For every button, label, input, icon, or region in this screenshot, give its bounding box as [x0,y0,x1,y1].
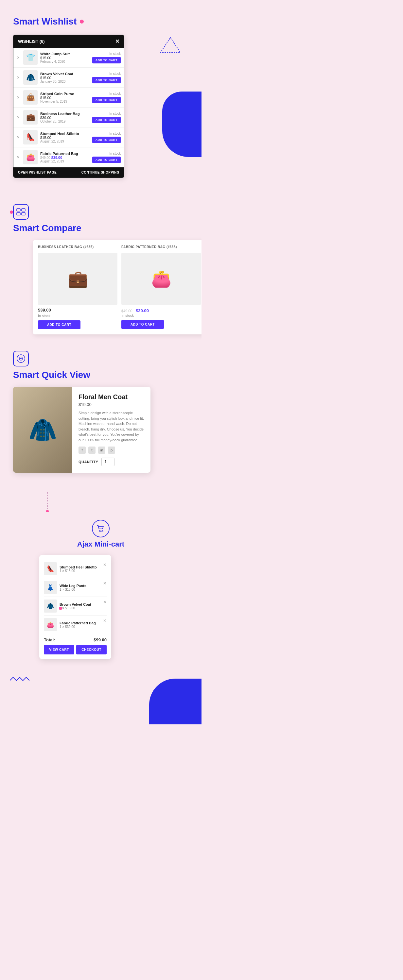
title-dot [80,20,84,24]
linkedin-icon[interactable]: in [98,447,105,454]
blue-blob-2-decoration [149,679,202,724]
minicart-items-list: 👠 Stumped Heel Stiletto 1 × $15.00 ✕ 👗 W… [44,560,107,634]
minicart-item-image-2: 👗 [44,581,57,594]
blue-blob-decoration [162,92,202,157]
wishlist-item-status-1: In stock [110,52,121,56]
twitter-icon[interactable]: t [88,447,96,454]
triangle-decoration [159,36,182,54]
wishlist-item-image-3: 👜 [23,90,38,105]
minicart-item-info-3: Brown Velvet Coat 2 × $15.00 [59,603,107,610]
wishlist-item-name-5: Stumped Heel Stiletto [40,132,90,136]
svg-point-9 [46,510,49,512]
minicart-item-name-2: Wide Leg Pants [59,584,107,588]
wishlist-header: WISHLIST (6) ✕ [13,35,124,48]
quickview-panel: 🧥 Floral Men Coat $19.00 Simple design w… [13,387,150,473]
wishlist-item-image-1: 👕 [23,50,38,65]
compare-product-2-image: 👛 [121,253,201,305]
wishlist-items-list: ✕ 👕 White Jump Suit $15.00 February 4, 2… [13,48,124,167]
open-wishlist-link[interactable]: OPEN WISHLIST PAGE [18,171,57,174]
minicart-item-3: 🧥 Brown Velvet Coat 2 × $15.00 ✕ [44,597,107,616]
svg-marker-0 [161,38,180,52]
wishlist-close-button[interactable]: ✕ [115,38,119,45]
minicart-total-amount: $99.00 [94,638,107,642]
wishlist-item-name-4: Business Leather Bag [40,112,90,116]
wishlist-item-date-1: February 4, 2020 [40,60,90,64]
wishlist-item-info-2: Brown Velvet Coat $15.00 January 30, 202… [40,72,90,83]
wishlist-item-price-5: $15.00 [40,136,90,140]
minicart-item-info-2: Wide Leg Pants 1 × $15.00 [59,584,107,591]
continue-shopping-link[interactable]: CONTINUE SHOPPING [81,171,119,174]
wishlist-item-info-1: White Jump Suit $15.00 February 4, 2020 [40,52,90,64]
wishlist-item-price-3: $15.00 [40,96,90,100]
wishlist-item-right-3: In stock ADD TO CART [92,92,121,103]
facebook-icon[interactable]: f [78,447,86,454]
wishlist-item-right-4: In stock ADD TO CART [92,112,121,123]
wishlist-title: Smart Wishlist [13,16,76,27]
wishlist-title-bar: WISHLIST (6) [18,39,45,44]
pink-dot-2-decoration [59,607,62,610]
wishlist-item-info-6: Fabric Patterned Bag $49.00 $39.00 Augus… [40,152,90,163]
wishlist-item-remove-3[interactable]: ✕ [17,95,21,100]
minicart-item-remove-2[interactable]: ✕ [103,581,107,586]
wishlist-item-5: ✕ 👠 Stumped Heel Stiletto $15.00 August … [13,127,124,148]
wishlist-section: Smart Wishlist WISHLIST (6) ✕ ✕ 👕 White … [0,0,202,191]
wishlist-item-info-4: Business Leather Bag $39.00 October 28, … [40,112,90,123]
minicart-item-image-4: 👛 [44,618,57,631]
compare-product-1-title: BUSINESS LEATHER BAG (#635) [38,245,118,249]
compare-add-cart-2-button[interactable]: ADD TO CART [121,320,164,329]
compare-add-cart-1-button[interactable]: ADD TO CART [38,320,80,329]
wishlist-item-image-6: 👛 [23,150,38,164]
pinterest-icon[interactable]: p [108,447,115,454]
wishlist-item-image-4: 💼 [23,110,38,124]
wishlist-item-status-2: In stock [110,72,121,75]
minicart-item-remove-1[interactable]: ✕ [103,562,107,567]
minicart-item-qty-price-4: 1 × $39.00 [59,625,107,628]
compare-product-1-image: 💼 [38,253,118,305]
compare-panel: BUSINESS LEATHER BAG (#635) FABRIC PATTE… [33,240,202,334]
wishlist-item-remove-5[interactable]: ✕ [17,135,21,140]
minicart-title: Ajax Mini-cart [77,540,124,549]
quantity-label: QUANTITY [78,460,98,464]
compare-product-2-title: FABRIC PATTERNED BAG (#638) [121,245,201,249]
wishlist-item-date-4: October 28, 2019 [40,119,90,123]
zigzag-decoration [10,674,29,685]
wishlist-item-right-1: In stock ADD TO CART [92,52,121,64]
wishlist-item-price-6: $49.00 $39.00 [40,156,90,159]
wishlist-item-date-2: January 30, 2020 [40,80,90,83]
minicart-section: Ajax Mini-cart 👠 Stumped Heel Stiletto 1… [0,479,202,724]
wishlist-add-to-cart-6[interactable]: ADD TO CART [92,157,121,163]
svg-rect-3 [17,213,20,215]
compare-columns: 💼 $39.00 In stock ADD TO CART 👛 $49.00 $… [38,253,201,329]
wishlist-add-to-cart-5[interactable]: ADD TO CART [92,137,121,143]
wishlist-item-remove-2[interactable]: ✕ [17,75,21,80]
view-cart-button[interactable]: VIEW CART [44,645,74,654]
quickview-quantity-row: QUANTITY [78,458,144,466]
minicart-item-remove-3[interactable]: ✕ [103,600,107,605]
quantity-input[interactable] [101,458,115,466]
wishlist-add-to-cart-3[interactable]: ADD TO CART [92,97,121,103]
minicart-item-info-4: Fabric Patterned Bag 1 × $39.00 [59,621,107,628]
dashed-connector [46,492,49,512]
wishlist-item-right-6: In stock ADD TO CART [92,152,121,163]
checkout-button[interactable]: CHECKOUT [76,645,107,654]
wishlist-item-remove-6[interactable]: ✕ [17,155,21,159]
compare-icon [16,208,25,215]
minicart-item-qty-price-1: 1 × $15.00 [59,569,107,573]
wishlist-add-to-cart-4[interactable]: ADD TO CART [92,117,121,123]
wishlist-item-remove-1[interactable]: ✕ [17,56,21,60]
wishlist-item-right-2: In stock ADD TO CART [92,72,121,83]
svg-rect-4 [22,213,25,215]
svg-rect-2 [22,208,25,211]
zigzag-icon [10,674,29,684]
wishlist-item-status-4: In stock [110,112,121,115]
svg-point-10 [99,531,100,532]
compare-product-1-price: $39.00 [38,308,118,312]
wishlist-item-info-5: Stumped Heel Stiletto $15.00 August 22, … [40,132,90,143]
minicart-item-2: 👗 Wide Leg Pants 1 × $15.00 ✕ [44,578,107,597]
quickview-product-image: 🧥 [13,387,72,473]
wishlist-item-remove-4[interactable]: ✕ [17,115,21,119]
wishlist-add-to-cart-2[interactable]: ADD TO CART [92,77,121,83]
minicart-item-remove-4[interactable]: ✕ [103,618,107,623]
compare-section: Smart Compare BUSINESS LEATHER BAG (#635… [0,191,202,341]
wishlist-add-to-cart-1[interactable]: ADD TO CART [92,57,121,64]
